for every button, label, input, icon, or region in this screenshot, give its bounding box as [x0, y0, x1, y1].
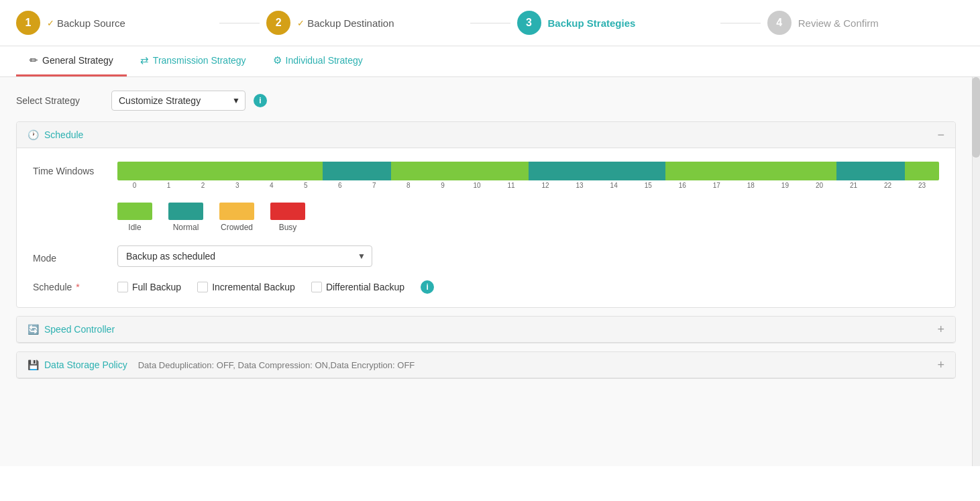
time-windows-label: Time Windows: [33, 162, 107, 176]
incremental-backup-checkbox[interactable]: Incremental Backup: [197, 282, 295, 292]
time-segment-6[interactable]: [323, 162, 357, 180]
legend-color-busy: [270, 203, 305, 220]
schedule-panel-header: 🕐 Schedule −: [17, 122, 955, 148]
legend-item-idle: Idle: [117, 203, 152, 232]
schedule-field-label: Schedule *: [33, 282, 107, 292]
storage-icon: 💾: [28, 359, 39, 370]
step-divider-3: [720, 23, 761, 23]
step-1[interactable]: 1 ✓ Backup Source: [16, 11, 213, 35]
time-segment-9[interactable]: [425, 162, 459, 180]
time-label-1: 1: [152, 182, 186, 189]
time-label-16: 16: [665, 182, 700, 189]
time-label-9: 9: [425, 182, 459, 189]
speed-controller-panel: 🔄 Speed Controller +: [16, 316, 956, 343]
step-2[interactable]: 2 ✓ Backup Destination: [266, 11, 463, 35]
time-label-19: 19: [768, 182, 802, 189]
tab-general-label: General Strategy: [42, 55, 113, 66]
time-segment-0[interactable]: [117, 162, 152, 180]
data-storage-expand-button[interactable]: +: [937, 359, 944, 371]
content-area: Select Strategy Customize Strategy Defau…: [0, 77, 980, 466]
strategy-info-icon[interactable]: i: [254, 94, 267, 107]
time-segment-17[interactable]: [700, 162, 734, 180]
time-segment-19[interactable]: [768, 162, 802, 180]
time-segment-10[interactable]: [459, 162, 494, 180]
time-segment-5[interactable]: [288, 162, 323, 180]
time-label-15: 15: [631, 182, 665, 189]
select-strategy-dropdown[interactable]: Customize Strategy Default Strategy: [111, 91, 246, 111]
legend-color-crowded: [219, 203, 254, 220]
time-segment-18[interactable]: [734, 162, 768, 180]
mode-dropdown[interactable]: Backup as scheduled Backup immediately B…: [117, 245, 372, 267]
select-strategy-label: Select Strategy: [16, 95, 103, 106]
full-backup-checkbox[interactable]: Full Backup: [117, 282, 181, 292]
schedule-info-icon[interactable]: i: [421, 280, 434, 294]
time-segment-15[interactable]: [631, 162, 665, 180]
data-storage-title-text: Data Storage Policy: [44, 359, 127, 370]
step-1-number: 1: [25, 17, 32, 29]
time-segment-21[interactable]: [836, 162, 871, 180]
time-segment-2[interactable]: [186, 162, 220, 180]
legend-label-normal: Normal: [173, 223, 199, 232]
time-segment-12[interactable]: [529, 162, 563, 180]
legend-color-idle: [117, 203, 152, 220]
schedule-panel-body: Time Windows 012345678910111213141516171…: [17, 148, 955, 307]
time-label-21: 21: [836, 182, 871, 189]
differential-backup-checkbox[interactable]: Differential Backup: [311, 282, 404, 292]
pencil-icon: ✏: [30, 54, 38, 66]
time-label-0: 0: [117, 182, 152, 189]
time-segment-1[interactable]: [152, 162, 186, 180]
gear-icon: ⚙: [273, 54, 282, 66]
speed-controller-expand-button[interactable]: +: [937, 323, 944, 335]
time-segment-20[interactable]: [802, 162, 836, 180]
step-3[interactable]: 3 Backup Strategies: [517, 11, 714, 35]
time-label-4: 4: [254, 182, 288, 189]
time-segment-14[interactable]: [597, 162, 631, 180]
scrollbar-thumb[interactable]: [972, 77, 980, 158]
time-segment-3[interactable]: [220, 162, 254, 180]
legend-item-busy: Busy: [270, 203, 305, 232]
time-label-12: 12: [529, 182, 563, 189]
incremental-backup-box[interactable]: [197, 282, 208, 292]
time-label-7: 7: [357, 182, 391, 189]
time-segment-22[interactable]: [871, 162, 905, 180]
differential-backup-box[interactable]: [311, 282, 322, 292]
step-1-label: Backup Source: [57, 17, 125, 29]
step-divider-2: [470, 23, 510, 23]
tab-transmission-strategy[interactable]: ⇄ Transmission Strategy: [127, 46, 260, 76]
step-3-label: Backup Strategies: [548, 17, 636, 29]
time-segment-16[interactable]: [665, 162, 700, 180]
required-star: *: [76, 282, 79, 292]
time-label-18: 18: [734, 182, 768, 189]
mode-label: Mode: [33, 249, 107, 264]
time-segment-4[interactable]: [254, 162, 288, 180]
tab-individual-strategy[interactable]: ⚙ Individual Strategy: [260, 46, 376, 76]
step-3-number: 3: [526, 17, 532, 29]
time-label-13: 13: [563, 182, 597, 189]
time-label-17: 17: [700, 182, 734, 189]
legend-label-busy: Busy: [279, 223, 297, 232]
time-label-3: 3: [220, 182, 254, 189]
speed-controller-title-text: Speed Controller: [44, 324, 115, 335]
transmission-icon: ⇄: [140, 54, 149, 66]
time-segment-23[interactable]: [905, 162, 939, 180]
stepper: 1 ✓ Backup Source 2 ✓ Backup Destination…: [0, 0, 980, 46]
time-segment-13[interactable]: [563, 162, 597, 180]
schedule-panel-collapse-button[interactable]: −: [937, 129, 944, 141]
step-4-number: 4: [776, 17, 782, 29]
legend-item-normal: Normal: [168, 203, 203, 232]
time-label-14: 14: [597, 182, 631, 189]
full-backup-box[interactable]: [117, 282, 128, 292]
select-strategy-row: Select Strategy Customize Strategy Defau…: [16, 91, 956, 111]
data-storage-panel: 💾 Data Storage Policy Data Deduplication…: [16, 351, 956, 379]
step-4[interactable]: 4 Review & Confirm: [767, 11, 964, 35]
time-segment-8[interactable]: [391, 162, 425, 180]
tab-transmission-label: Transmission Strategy: [153, 55, 246, 66]
schedule-panel-title-text: Schedule: [44, 129, 83, 140]
time-label-20: 20: [802, 182, 836, 189]
legend: IdleNormalCrowdedBusy: [117, 203, 939, 232]
time-bar: [117, 162, 939, 180]
time-segment-11[interactable]: [494, 162, 529, 180]
scrollbar[interactable]: [972, 77, 980, 466]
tab-general-strategy[interactable]: ✏ General Strategy: [16, 46, 127, 76]
time-segment-7[interactable]: [357, 162, 391, 180]
